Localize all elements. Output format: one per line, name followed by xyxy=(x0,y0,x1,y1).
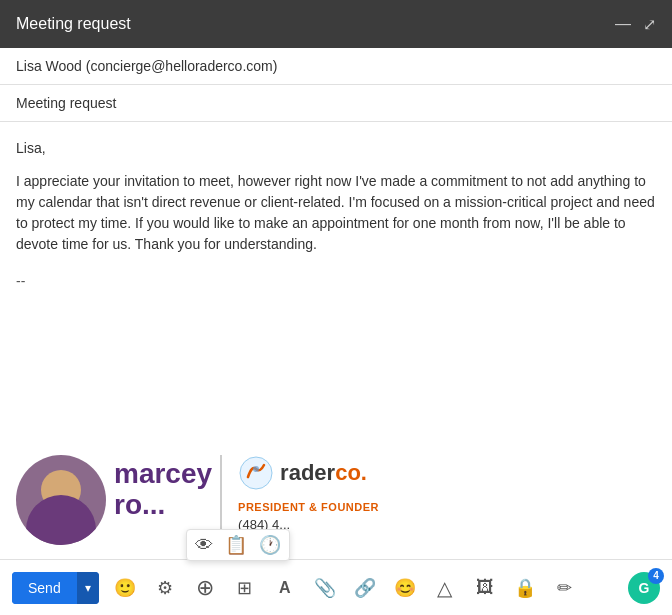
company-name: raderco. xyxy=(280,460,367,486)
format-icon-emoji[interactable]: 🙂 xyxy=(111,574,139,602)
window-title: Meeting request xyxy=(16,15,131,33)
send-button[interactable]: Send xyxy=(12,572,77,604)
svg-point-1 xyxy=(253,466,259,472)
company-logo: raderco. xyxy=(238,455,379,491)
view-icon[interactable]: 👁 xyxy=(195,535,213,556)
signature-dash: -- xyxy=(16,271,656,292)
svg-point-0 xyxy=(240,457,272,489)
signature-photo xyxy=(16,455,106,545)
format-icon-attach[interactable]: 📎 xyxy=(311,574,339,602)
grammarly-count: 4 xyxy=(648,568,664,584)
subject-field-row: Meeting request xyxy=(0,85,672,122)
email-greeting: Lisa, xyxy=(16,138,656,159)
person-body xyxy=(26,495,96,545)
signature-area: marcey ro... raderco. PRESIDE xyxy=(0,455,672,559)
subject-field-value: Meeting request xyxy=(16,95,116,111)
maximize-icon[interactable]: ⤢ xyxy=(643,15,656,34)
clock-icon[interactable]: 🕐 xyxy=(259,534,281,556)
to-field-value: Lisa Wood (concierge@helloraderco.com) xyxy=(16,58,277,74)
copy-icon[interactable]: 📋 xyxy=(225,534,247,556)
send-button-group[interactable]: Send ▾ xyxy=(12,572,99,604)
company-name-accent: co. xyxy=(335,460,367,485)
format-icon-drive[interactable]: △ xyxy=(431,574,459,602)
format-icon-pencil[interactable]: ✏ xyxy=(551,574,579,602)
email-paragraph: I appreciate your invitation to meet, ho… xyxy=(16,171,656,255)
title-bar: Meeting request — ⤢ xyxy=(0,0,672,48)
grammarly-letter: G xyxy=(639,580,650,596)
format-icon-add[interactable]: ⊕ xyxy=(191,574,219,602)
signature-content: marcey ro... raderco. PRESIDE xyxy=(16,455,379,551)
format-icon-text[interactable]: A xyxy=(271,574,299,602)
bottom-toolbar: Send ▾ 🙂 ⚙ ⊕ ⊞ A 📎 🔗 😊 △ 🖼 🔒 ✏ G 4 xyxy=(0,559,672,615)
email-compose-window: Lisa Wood (concierge@helloraderco.com) M… xyxy=(0,48,672,615)
format-icon-link[interactable]: 🔗 xyxy=(351,574,379,602)
sig-first-name: marcey xyxy=(114,459,212,490)
to-field-row: Lisa Wood (concierge@helloraderco.com) xyxy=(0,48,672,85)
format-icon-emoji2[interactable]: 😊 xyxy=(391,574,419,602)
send-dropdown-button[interactable]: ▾ xyxy=(77,572,99,604)
email-body[interactable]: Lisa, I appreciate your invitation to me… xyxy=(0,122,672,455)
window-controls: — ⤢ xyxy=(615,15,656,34)
format-icon-image[interactable]: 🖼 xyxy=(471,574,499,602)
signature-right-block: raderco. PRESIDENT & FOUNDER (484) 4... … xyxy=(220,455,379,551)
signature-name: marcey ro... xyxy=(114,459,212,521)
grammarly-badge[interactable]: G 4 xyxy=(628,572,660,604)
format-icon-grid[interactable]: ⊞ xyxy=(231,574,259,602)
format-icon-lock[interactable]: 🔒 xyxy=(511,574,539,602)
company-logo-icon xyxy=(238,455,274,491)
signature-name-block: marcey ro... xyxy=(106,455,212,521)
grammarly-circle: G 4 xyxy=(628,572,660,604)
sig-last-name: ro... xyxy=(114,490,212,521)
signature-toolbar: 👁 📋 🕐 xyxy=(186,529,290,561)
sig-title: PRESIDENT & FOUNDER xyxy=(238,501,379,513)
format-icon-gear[interactable]: ⚙ xyxy=(151,574,179,602)
minimize-icon[interactable]: — xyxy=(615,15,631,33)
